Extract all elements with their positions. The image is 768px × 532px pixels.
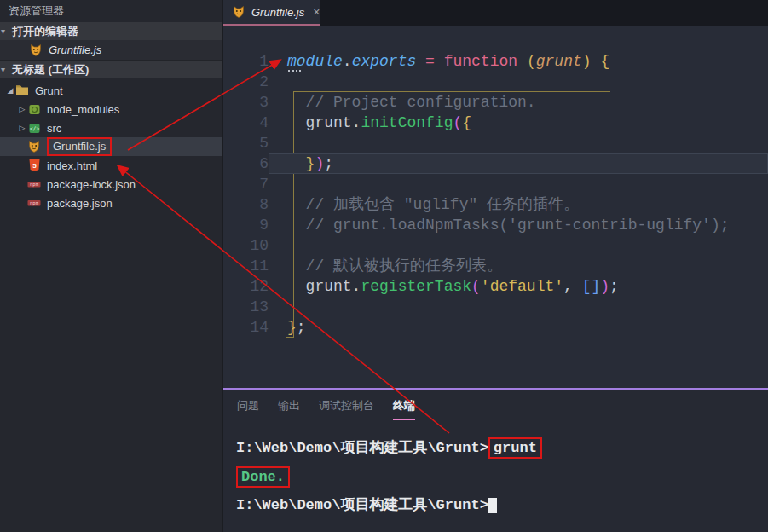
token [287,94,306,111]
explorer-sidebar: 资源管理器 ▾ 打开的编辑器 Gruntfile.js ▾ 无标题 (工作区) … [0,0,223,532]
code-line-5[interactable]: 5 [223,133,768,153]
terminal-line: I:\Web\Demo\项目构建工具\Grunt>grunt [236,434,768,463]
token: ; [297,319,306,336]
token: // 加载包含 "uglify" 任务的插件。 [306,196,579,213]
token [287,217,306,234]
chevron-collapsed-icon[interactable]: ▷ [17,124,27,132]
line-number: 14 [223,317,269,338]
code-line-11[interactable]: 11 // 默认被执行的任务列表。 [223,256,768,276]
tree-item-src[interactable]: ▷</>src [0,119,222,137]
line-number: 2 [223,72,269,92]
line-number: 8 [223,194,269,215]
token: grunt [536,53,582,70]
grunt-icon [29,43,43,57]
code-line-2[interactable]: 2 [223,72,768,92]
token [287,257,306,275]
chevron-expanded-icon[interactable]: ◢ [5,86,15,95]
chevron-down-icon: ▾ [1,61,5,78]
line-number: 9 [223,215,269,235]
code-text: grunt.initConfig({ [269,113,768,133]
line-number: 1 [223,51,269,72]
tree-item-package-json[interactable]: npmpackage.json [0,194,222,212]
tab-gruntfile[interactable]: Gruntfile.js × [223,0,320,26]
token: grunt. [287,278,361,295]
line-number: 11 [223,256,269,276]
grunt-icon [232,5,245,19]
terminal-text: I:\Web\Demo\项目构建工具\Grunt> [236,440,488,456]
tree-item-grunt[interactable]: ◢Grunt [0,81,222,100]
token [287,196,306,213]
code-line-8[interactable]: 8 // 加载包含 "uglify" 任务的插件。 [223,194,768,215]
close-icon[interactable]: × [313,6,320,18]
node-modules-icon [27,102,41,116]
tree-label: package-lock.json [47,178,136,191]
token: , [563,278,582,295]
chevron-collapsed-icon[interactable]: ▷ [17,105,27,113]
src-icon: </> [27,121,41,135]
code-line-14[interactable]: 14}; [223,317,768,338]
code-line-6[interactable]: 6 }); [223,153,768,174]
token: } [287,319,297,336]
token [592,53,601,70]
terminal-output[interactable]: I:\Web\Demo\项目构建工具\Grunt>gruntDone.I:\We… [223,434,768,520]
code-text [269,235,768,256]
open-editor-label: Gruntfile.js [49,43,101,56]
panel-tab-调试控制台[interactable]: 调试控制台 [319,398,374,420]
code-line-13[interactable]: 13 [223,297,768,317]
npm-icon: npm [27,196,41,210]
svg-text:</>: </> [29,125,39,132]
tree-item-gruntfile-js[interactable]: Gruntfile.js [0,137,222,156]
tree-label: package.json [47,197,113,210]
code-line-9[interactable]: 9 // grunt.loadNpmTasks('grunt-contrib-u… [223,215,768,235]
panel-tab-输出[interactable]: 输出 [278,398,300,420]
file-tree: ◢Grunt▷node_modules▷</>srcGruntfile.js5i… [0,81,222,212]
code-editor[interactable]: 1module.exports = function (grunt) {23 /… [223,26,768,388]
code-text: // 默认被执行的任务列表。 [269,256,768,276]
line-number: 13 [223,297,269,317]
code-line-10[interactable]: 10 [223,235,768,256]
token: { [600,53,609,70]
line-number: 3 [223,92,269,113]
code-line-1[interactable]: 1module.exports = function (grunt) { [223,51,768,72]
tree-item-package-lock-json[interactable]: npmpackage-lock.json [0,175,222,194]
code-text: // grunt.loadNpmTasks('grunt-contrib-ugl… [269,215,768,235]
token: // 默认被执行的任务列表。 [306,257,502,275]
sidebar-title: 资源管理器 [0,0,222,22]
terminal-text-annotated: Done. [236,466,290,488]
open-editors-header[interactable]: ▾ 打开的编辑器 [0,22,222,40]
token: module [287,53,343,70]
code-text: // 加载包含 "uglify" 任务的插件。 [269,194,768,215]
code-text: // Project configuration. [269,92,768,113]
code-text [269,297,768,317]
token: // Project configuration. [306,94,536,111]
panel-tab-终端[interactable]: 终端 [393,398,415,420]
token: = [425,53,435,70]
tree-label: node_modules [47,103,119,116]
svg-text:5: 5 [32,162,37,170]
token: ; [324,155,333,172]
code-text: }); [269,153,768,174]
token: ; [609,278,619,295]
open-editor-gruntfile[interactable]: Gruntfile.js [0,40,222,61]
code-line-4[interactable]: 4 grunt.initConfig({ [223,113,768,133]
line-number: 7 [223,174,269,194]
token: . [343,53,352,70]
token [517,53,527,70]
tree-label-annotated: Gruntfile.js [47,137,112,156]
tree-item-index-html[interactable]: 5index.html [0,156,222,175]
code-line-7[interactable]: 7 [223,174,768,194]
token: // grunt.loadNpmTasks('grunt-contrib-ugl… [306,217,730,234]
grunt-icon [27,140,41,153]
token: ) [600,278,609,295]
workspace-header[interactable]: ▾ 无标题 (工作区) [0,61,222,78]
code-text [269,174,768,194]
token: 'default' [481,278,563,295]
tree-item-node-modules[interactable]: ▷node_modules [0,100,222,119]
terminal-text-annotated: grunt [488,437,542,459]
code-line-3[interactable]: 3 // Project configuration. [223,92,768,113]
code-text [269,133,768,153]
token: ( [453,114,462,131]
panel-tab-问题[interactable]: 问题 [237,398,259,420]
code-line-12[interactable]: 12 grunt.registerTask('default', []); [223,276,768,297]
token: ( [527,53,536,70]
